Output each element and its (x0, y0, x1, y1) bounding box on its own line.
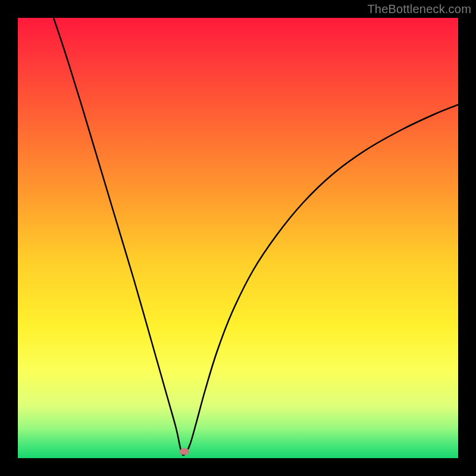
chart-stage: TheBottleneck.com (0, 0, 476, 476)
watermark-text: TheBottleneck.com (367, 2, 471, 16)
optimal-point-marker (180, 449, 189, 455)
chart-plot-area (18, 18, 458, 458)
bottleneck-curve (54, 18, 458, 455)
chart-curve (18, 18, 458, 458)
